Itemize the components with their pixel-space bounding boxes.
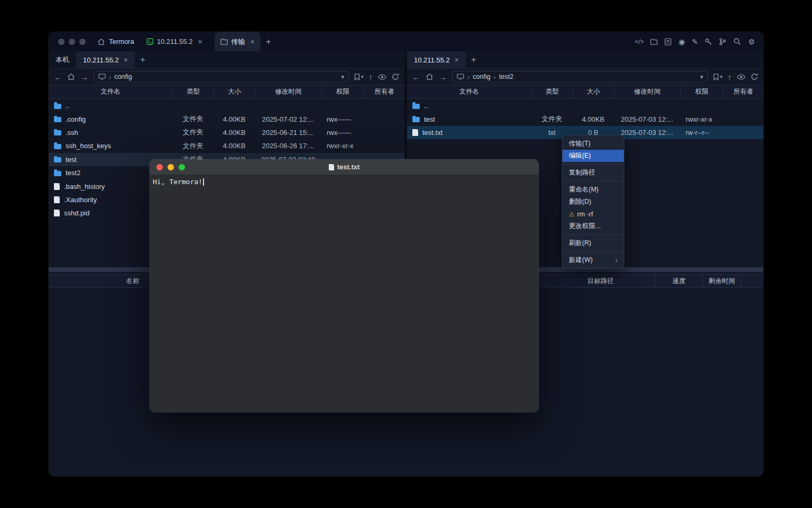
column-header[interactable]: 权限 (680, 85, 723, 98)
show-hidden-files-button[interactable] (737, 74, 745, 80)
chevron-down-icon: ▾ (361, 74, 364, 79)
file-name: .ssh (66, 129, 78, 137)
tab-label: 10.211.55.2 (414, 56, 450, 64)
column-header[interactable]: 目标路径 (546, 275, 656, 287)
column-header[interactable]: 所有者 (723, 85, 763, 98)
tab-local[interactable]: 本机 (49, 51, 76, 68)
file-permissions: rwx------ (321, 129, 364, 137)
minimize-window-button[interactable] (168, 164, 174, 170)
settings-gear-icon[interactable]: ⚙ (748, 38, 755, 46)
record-icon[interactable]: ◉ (678, 38, 685, 46)
terminal-icon (146, 38, 153, 45)
new-panel-tab-button[interactable]: + (135, 51, 151, 68)
new-tab-button[interactable]: + (261, 37, 276, 47)
chevron-down-icon[interactable]: ▾ (700, 74, 703, 80)
close-tab-icon[interactable]: × (124, 56, 128, 64)
chevron-down-icon[interactable]: ▾ (341, 74, 344, 80)
folder-icon (412, 104, 420, 109)
home-button[interactable] (426, 73, 433, 80)
menu-item-copy-path[interactable]: 复制路径 (562, 167, 624, 179)
file-row[interactable]: .ssh 文件夹 4.00KB 2025-06-21 15:... rwx---… (49, 126, 404, 139)
editor-titlebar: test.txt (150, 159, 539, 175)
menu-item-change-permissions[interactable]: 更改权限... (562, 220, 624, 232)
close-tab-icon[interactable]: × (198, 38, 202, 46)
code-snippets-icon[interactable]: </> (635, 38, 644, 45)
file-row[interactable]: .. (49, 99, 404, 112)
tab-remote-host[interactable]: 10.211.55.2 × (76, 51, 135, 68)
menu-item-refresh[interactable]: 刷新(R) (562, 237, 624, 249)
file-modified: 2025-06-26 17:... (255, 142, 321, 150)
forward-button[interactable]: → (439, 73, 447, 81)
file-name: test.txt (422, 129, 442, 137)
folder-icon (220, 39, 228, 45)
back-button[interactable]: ← (412, 73, 420, 81)
column-header[interactable]: 剩余时间 (703, 275, 741, 287)
back-button[interactable]: ← (54, 73, 62, 81)
parent-directory-button[interactable]: ↑ (369, 73, 373, 81)
file-icon (54, 183, 60, 190)
tab-transfer[interactable]: 传输 × (215, 32, 261, 51)
menu-item-rename[interactable]: 重命名(M) (562, 184, 624, 196)
app-title: Termora (109, 38, 134, 46)
close-window-button[interactable] (58, 39, 64, 45)
bookmark-button[interactable]: ▾ (354, 74, 364, 80)
tab-label: 传输 (232, 37, 245, 47)
column-header[interactable]: 所有者 (364, 85, 404, 98)
file-icon (412, 129, 418, 136)
tab-remote-host[interactable]: 10.211.55.2 × (407, 51, 466, 68)
home-button[interactable] (67, 73, 75, 80)
branch-icon[interactable] (719, 38, 726, 46)
column-header[interactable]: 修改时间 (255, 85, 321, 98)
minimize-window-button[interactable] (69, 39, 75, 45)
column-header[interactable]: 类型 (531, 85, 573, 98)
show-hidden-files-button[interactable] (378, 74, 386, 80)
file-permissions: rwx------ (321, 115, 364, 123)
menu-separator (562, 251, 624, 252)
column-header[interactable]: 大小 (573, 85, 614, 98)
key-icon[interactable] (705, 38, 712, 46)
file-type: 文件夹 (172, 128, 214, 137)
refresh-button[interactable] (392, 73, 399, 80)
close-tab-icon[interactable]: × (251, 38, 255, 46)
menu-item-new[interactable]: 新建(W)› (562, 254, 624, 266)
menu-item-edit[interactable]: 编辑(E) (562, 150, 624, 162)
new-panel-tab-button[interactable]: + (466, 51, 482, 68)
file-row[interactable]: .config 文件夹 4.00KB 2025-07-02 12:... rwx… (49, 112, 404, 125)
breadcrumb-segment[interactable]: config (114, 73, 132, 80)
editor-text-area[interactable]: Hi, Termora! (150, 175, 539, 412)
bookmark-button[interactable]: ▾ (713, 74, 723, 80)
parent-directory-button[interactable]: ↑ (728, 73, 732, 81)
crumb-separator: › (109, 73, 111, 81)
column-header[interactable]: 修改时间 (614, 85, 680, 98)
column-header[interactable]: 权限 (321, 85, 364, 98)
menu-item-rm-rf[interactable]: ⚠rm -rf (562, 208, 624, 220)
column-header[interactable]: 类型 (172, 85, 214, 98)
zoom-window-button[interactable] (79, 39, 86, 45)
app-home-tab[interactable]: Termora (97, 38, 134, 46)
file-row[interactable]: test 文件夹 4.00KB 2025-07-03 12:... rwxr-x… (407, 112, 763, 125)
tab-host[interactable]: 10.211.55.2 × (141, 32, 208, 51)
path-bar[interactable]: › config ▾ (94, 71, 349, 83)
menu-item-delete[interactable]: 删除(D) (562, 196, 624, 208)
column-header[interactable]: 大小 (214, 85, 255, 98)
zoom-window-button[interactable] (179, 164, 185, 170)
search-icon[interactable] (733, 38, 741, 46)
breadcrumb-segment[interactable]: config (473, 73, 490, 80)
menu-item-transfer[interactable]: 传输(T) (562, 138, 624, 150)
folder-icon[interactable] (650, 39, 658, 45)
edit-icon[interactable]: ✎ (692, 38, 698, 46)
path-bar[interactable]: › config › test2 ▾ (452, 71, 708, 83)
forward-button[interactable]: → (80, 73, 88, 81)
file-modified: 2025-07-03 12:... (614, 115, 680, 123)
event-log-icon[interactable] (665, 38, 671, 46)
file-row[interactable]: ssh_host_keys 文件夹 4.00KB 2025-06-26 17:.… (49, 139, 404, 152)
file-row[interactable]: .. (407, 99, 763, 112)
column-header[interactable]: 速度 (656, 275, 703, 287)
breadcrumb-segment[interactable]: test2 (499, 73, 513, 80)
column-header[interactable]: 文件名 (49, 85, 172, 98)
close-window-button[interactable] (156, 164, 163, 170)
close-tab-icon[interactable]: × (455, 56, 459, 64)
refresh-button[interactable] (751, 73, 758, 80)
column-header[interactable]: 文件名 (407, 85, 531, 98)
computer-icon (98, 74, 106, 80)
